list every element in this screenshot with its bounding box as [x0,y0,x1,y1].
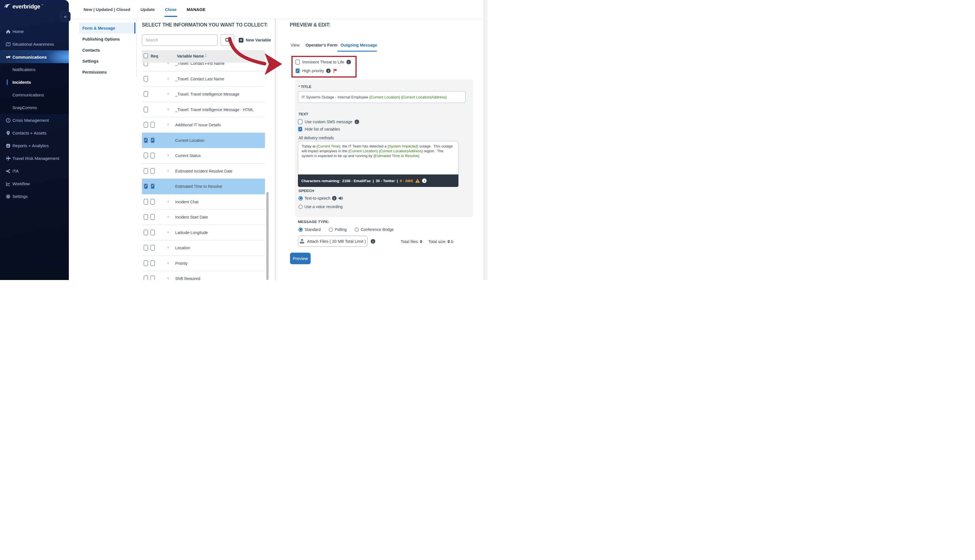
conference-bridge-radio[interactable] [355,228,359,232]
include-checkbox[interactable] [150,199,155,205]
text-to-speech-radio[interactable] [299,196,303,200]
speaker-icon[interactable] [338,196,343,200]
drag-plus-icon[interactable]: + [167,153,170,158]
include-checkbox[interactable] [150,168,155,174]
drag-plus-icon[interactable]: + [167,214,170,219]
tab-manage[interactable]: MANAGE [187,0,206,19]
sidebar-item-contacts-assets[interactable]: Contacts + Assets [0,127,69,139]
sidebar-collapse-button[interactable]: « [60,11,70,22]
drag-plus-icon[interactable]: + [167,183,170,188]
variable-row-shift-required[interactable]: +Shift Required [142,271,265,280]
include-checkbox[interactable] [150,153,155,158]
include-checkbox[interactable] [150,122,155,128]
info-icon[interactable]: i [332,196,337,200]
include-checkbox[interactable] [150,214,155,220]
variable-row-priority[interactable]: +Priority [142,256,265,271]
sidebar-item-home[interactable]: Home [0,25,69,38]
title-input[interactable]: IT Systems Outage - Internal Employee {C… [298,91,466,103]
include-checkbox[interactable] [150,137,155,143]
imminent-threat-checkbox[interactable] [296,60,300,65]
variable-row-current-location[interactable]: +Current Location [142,133,265,148]
sidebar-item-situational-awareness[interactable]: Situational Awareness [0,38,69,50]
form-nav-settings[interactable]: Settings [79,55,135,67]
drag-plus-icon[interactable]: + [167,199,170,204]
variables-scrollbar-thumb[interactable] [266,192,269,280]
select-all-checkbox[interactable] [144,53,148,58]
variable-row-location[interactable]: +Location [142,240,265,256]
drag-plus-icon[interactable]: + [167,76,170,81]
include-checkbox[interactable] [150,245,155,251]
sidebar-item-crisis-management[interactable]: Crisis Management [0,114,69,127]
req-checkbox[interactable] [144,275,148,280]
sidebar-item-notifications[interactable]: Notifications [0,63,69,76]
sidebar-item-workflow[interactable]: Workflow [0,177,69,190]
include-checkbox[interactable] [150,183,155,189]
req-checkbox[interactable] [144,107,148,113]
req-checkbox[interactable] [144,76,148,82]
info-icon[interactable]: i [326,68,331,73]
variable-row-latitude-longitude[interactable]: +Latitude-Longitude [142,225,265,240]
info-icon[interactable]: i [346,60,351,64]
tab-new-updated-closed[interactable]: New | Updated | Closed [83,0,130,19]
form-nav-permissions[interactable]: Permissions [79,67,135,78]
req-checkbox[interactable] [144,260,148,266]
variable-row-current-status[interactable]: +Current Status [142,148,265,163]
drag-plus-icon[interactable]: + [167,107,170,112]
variable-row-incident-start-date[interactable]: +Incident Start Date [142,210,265,225]
drag-plus-icon[interactable]: + [167,138,170,142]
sort-icon[interactable]: ▲▼ [205,53,207,58]
standard-radio[interactable] [299,228,303,232]
hide-list-checkbox[interactable] [298,127,302,132]
req-checkbox[interactable] [144,214,148,220]
variable-row-incident-chat[interactable]: +Incident Chat [142,194,265,210]
sidebar-item-communications[interactable]: Communications [0,88,69,101]
search-input[interactable] [142,34,217,46]
sidebar-item-reports-analytics[interactable]: Reports + Analytics [0,139,69,152]
req-checkbox[interactable] [144,91,148,97]
include-checkbox[interactable] [150,260,155,266]
sidebar-item-snapcomms[interactable]: SnapComms [0,101,69,114]
column-header-req[interactable]: Req [151,54,158,58]
req-checkbox[interactable] [144,230,148,235]
variable-row-estimated-incident-resolve-date[interactable]: +Estimated Incident Resolve Date [142,163,265,179]
variable-row-travel-contact-last-name[interactable]: +_Travel: Contact Last Name [142,71,265,87]
high-priority-checkbox[interactable] [296,68,300,73]
sidebar-item-travel-risk-management[interactable]: Travel Risk Management [0,152,69,165]
form-nav-publishing-options[interactable]: Publishing Options [79,33,135,45]
req-checkbox[interactable] [144,245,148,251]
drag-plus-icon[interactable]: + [167,230,170,235]
message-body-textarea[interactable]: Today at {Current Time}, the IT Team has… [298,141,458,175]
req-checkbox[interactable] [144,137,148,143]
tab-update[interactable]: Update [140,0,155,19]
sidebar-item-incidents[interactable]: Incidents [0,76,69,88]
attach-files-button[interactable]: Attach Files ( 20 MB Total Limit ) [298,236,367,247]
search-button[interactable] [220,34,234,46]
column-header-variable-name[interactable]: Variable Name [177,54,204,58]
include-checkbox[interactable] [150,230,155,235]
variable-row-travel-travel-intelligence-message[interactable]: +_Travel: Travel Intelligence Message [142,87,265,102]
req-checkbox[interactable] [144,183,148,189]
req-checkbox[interactable] [144,199,148,205]
use-custom-sms-checkbox[interactable] [298,119,302,124]
drag-plus-icon[interactable]: + [167,92,170,96]
variable-row-estimated-time-to-resolve[interactable]: +Estimated Time to Resolve [142,179,265,194]
req-checkbox[interactable] [144,168,148,174]
info-icon[interactable]: i [422,178,427,183]
drag-plus-icon[interactable]: + [167,276,170,280]
polling-radio[interactable] [329,228,333,232]
preview-button[interactable]: Preview [290,253,311,264]
sidebar-item-communications[interactable]: Communications [0,50,69,63]
req-checkbox[interactable] [144,122,148,128]
req-checkbox[interactable] [144,153,148,158]
drag-plus-icon[interactable]: + [167,168,170,173]
voice-recording-radio[interactable] [299,205,303,209]
sidebar-item-ita[interactable]: ITA [0,165,69,177]
drag-plus-icon[interactable]: + [167,245,170,250]
drag-plus-icon[interactable]: + [167,260,170,265]
new-variable-button[interactable]: + New Variable [239,38,271,43]
form-nav-contacts[interactable]: Contacts [79,45,135,55]
variable-row-additional-it-issue-details[interactable]: +Additional IT Issue Details [142,117,265,133]
variable-row-travel-travel-intelligence-message-html[interactable]: +_Travel: Travel Intelligence Message - … [142,102,265,118]
drag-plus-icon[interactable]: + [167,122,170,127]
tab-operators-form[interactable]: Operator's Form [306,43,337,47]
